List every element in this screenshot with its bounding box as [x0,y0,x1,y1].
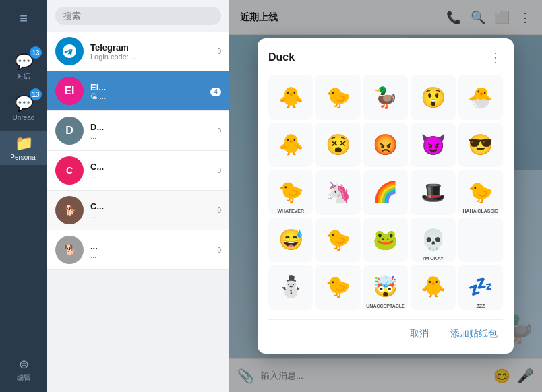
sidebar-item-personal[interactable]: 📁 Personal [0,131,47,165]
cancel-button[interactable]: 取消 [404,325,434,343]
filter-icon: ⊜ [19,357,29,372]
chat-name-5: C... [90,201,217,211]
chat-info-2: EI... 🌤 ... [90,82,210,100]
unread-label: Unread [13,114,35,121]
sticker-7[interactable]: 😵 [315,123,360,167]
sticker-23[interactable]: 🐥 [411,265,455,309]
sticker-popup: Duck ⋮ 🐥 🐤 🦆 😲 🐣 🐥 😵 😡 😈 😎 [258,38,514,353]
sticker-21[interactable]: 🐤 [315,265,360,309]
sticker-1[interactable]: 🐥 [268,75,313,119]
sidebar-item-chats[interactable]: 💬 13 对话 [0,49,47,86]
sticker-13[interactable]: 🌈 [363,170,408,214]
chat-info-5: C... ... [90,201,217,220]
chat-area: 近期上线 📞 🔍 ⬜ ⋮ 🦆 📎 😊 🎤 [229,0,542,392]
sticker-4[interactable]: 😲 [411,75,455,119]
sticker-popup-header: Duck ⋮ [268,49,503,65]
chat-info-6: ... ... [90,241,217,259]
chat-meta-6: 0 [217,247,221,254]
sticker-5[interactable]: 🐣 [458,75,503,119]
sticker-11-label: WHATEVER [268,209,313,214]
unread-icon: 💬 [15,95,33,112]
filter-label: 编辑 [17,373,30,383]
chats-badge: 13 [30,46,42,59]
chat-name-1: Telegram [90,42,217,53]
sticker-popup-more-icon[interactable]: ⋮ [489,49,503,65]
search-bar [47,0,229,32]
chats-label: 对话 [17,72,30,81]
sticker-24[interactable]: 💤 ZZZ [458,265,503,309]
chat-name-4: C... [90,162,217,172]
sticker-14[interactable]: 🎩 [411,170,455,214]
avatar-4: C [55,156,84,185]
sticker-popup-title: Duck [268,51,295,63]
chat-time-1: 0 [217,48,221,55]
chat-meta-3: 0 [217,127,221,135]
chat-item-4[interactable]: C C... ... 0 [47,151,229,191]
avatar-3: D [55,117,84,145]
sticker-15[interactable]: 🐤 HAHA CLASSIC [458,170,503,214]
sticker-22[interactable]: 🤯 UNACCEPTABLE [363,265,408,309]
sticker-12[interactable]: 🦄 [315,170,360,214]
chat-meta-4: 0 [217,167,221,174]
chat-preview-5: ... [90,211,217,220]
chat-item-5[interactable]: 🐕 C... ... 0 [47,191,229,230]
add-sticker-button[interactable]: 添加贴纸包 [445,325,503,343]
chat-preview-1: Login code: ... [90,53,217,61]
search-input[interactable] [55,7,221,25]
avatar-2: EI [55,77,84,105]
sticker-10[interactable]: 😎 [458,123,503,167]
sticker-17[interactable]: 🐤 [315,218,360,262]
sticker-2[interactable]: 🐤 [315,75,360,119]
chat-time-5: 0 [217,207,221,214]
sidebar-item-unread[interactable]: 💬 13 Unread [0,91,47,125]
sidebar-item-menu[interactable]: ≡ [0,7,47,44]
chat-time-6: 0 [217,247,221,254]
personal-label: Personal [10,154,36,161]
sticker-16[interactable]: 😅 [268,218,313,262]
chat-meta-5: 0 [217,207,221,214]
unread-badge: 13 [30,88,42,100]
chat-meta-1: 0 [217,48,221,55]
chats-icon: 💬 [15,53,33,71]
sticker-20[interactable]: ⛄ [268,265,313,309]
sticker-popup-overlay[interactable]: Duck ⋮ 🐥 🐤 🦆 😲 🐣 🐥 😵 😡 😈 😎 [229,0,542,392]
chat-name-3: D... [90,122,217,132]
chat-preview-4: ... [90,172,217,180]
sidebar: ≡ 💬 13 对话 💬 13 Unread 📁 Personal ⊜ 编辑 [0,0,47,392]
chat-meta-2: 4 [210,86,221,96]
unread-count-2: 4 [210,88,221,96]
chat-time-3: 0 [217,127,221,135]
personal-icon: 📁 [15,135,33,152]
chat-item-3[interactable]: D D... ... 0 [47,111,229,151]
sticker-popup-footer: 取消 添加贴纸包 [268,319,503,343]
chat-name-2: EI... [90,82,210,92]
sticker-24-label: ZZZ [458,304,503,308]
app-container: ≡ 💬 13 对话 💬 13 Unread 📁 Personal ⊜ 编辑 [0,0,542,392]
avatar-6: 🐕 [55,236,84,264]
sticker-grid: 🐥 🐤 🦆 😲 🐣 🐥 😵 😡 😈 😎 🐤 WHATEVER [268,75,503,309]
avatar-1 [55,37,84,65]
sticker-9[interactable]: 😈 [411,123,455,167]
chat-preview-6: ... [90,251,217,259]
chat-info-3: D... ... [90,122,217,140]
sidebar-item-filter[interactable]: ⊜ 编辑 [0,353,47,387]
chat-preview-2: 🌤 ... [90,92,210,100]
chat-time-4: 0 [217,167,221,174]
chat-info-1: Telegram Login code: ... [90,42,217,61]
chat-item-1[interactable]: Telegram Login code: ... 0 [47,32,229,71]
chat-item-2[interactable]: EI EI... 🌤 ... 4 [47,71,229,111]
sticker-11[interactable]: 🐤 WHATEVER [268,170,313,214]
sticker-6[interactable]: 🐥 [268,123,313,167]
sticker-empty [458,218,503,262]
sticker-19-label: I'M OKAY [411,256,455,261]
sticker-18[interactable]: 🐸 [363,218,408,262]
chat-item-6[interactable]: 🐕 ... ... 0 [47,230,229,270]
sticker-19[interactable]: 💀 I'M OKAY [411,218,455,262]
sticker-3[interactable]: 🦆 [363,75,408,119]
sticker-22-label: UNACCEPTABLE [363,304,408,308]
chat-name-6: ... [90,241,217,251]
sticker-8[interactable]: 😡 [363,123,408,167]
chat-info-4: C... ... [90,162,217,180]
sticker-15-label: HAHA CLASSIC [458,209,503,214]
chat-preview-3: ... [90,132,217,140]
